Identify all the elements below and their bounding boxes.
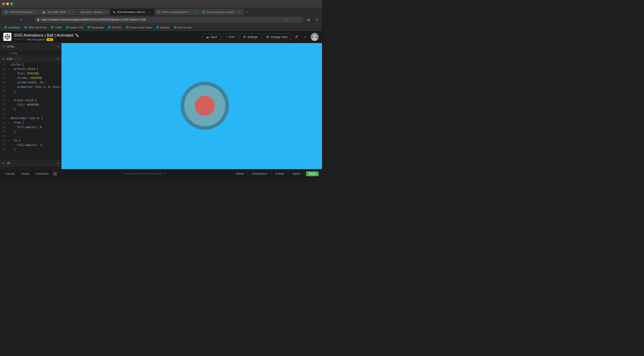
bookmark-star-button[interactable]: ☆ — [296, 17, 302, 22]
bookmark-insiderack[interactable]: 🌐 InsideRack — [2, 25, 22, 29]
home-button[interactable]: ⌂ — [26, 16, 33, 23]
pin-button[interactable]: 📌 — [293, 33, 300, 40]
user-avatar[interactable] — [310, 33, 319, 41]
back-button[interactable]: ‹ — [2, 16, 8, 23]
bookmark-icon-office365: 🌐 — [24, 26, 27, 29]
bookmark-webmail[interactable]: 🌐 Webmail — [154, 25, 172, 29]
html-code-area[interactable]: 1 ▾ <svg — [0, 50, 61, 55]
line-num-21: 21 — [1, 94, 8, 98]
css-line-30: 30 — [0, 134, 61, 139]
bookmark-label-therec: The REC — [112, 26, 122, 29]
extensions-button[interactable]: ▦ — [306, 16, 312, 23]
settings-button[interactable]: ⚙ Settings — [240, 33, 261, 40]
line-arrow-15[interactable]: ▾ — [8, 67, 11, 71]
expand-button[interactable]: ▾ — [302, 33, 309, 40]
css-code-area[interactable]: 14circle {15▾ &:first-child {16 fill: #F… — [0, 62, 61, 159]
line-arrow-26[interactable]: ▾ — [8, 116, 11, 121]
tab-close-motion[interactable]: ✕ — [194, 10, 196, 14]
tab-medium[interactable]: M New story – Medium ✕ — [73, 9, 110, 15]
bookmark-rackerapp[interactable]: 🌐 RackerApp — [86, 25, 105, 29]
bookmark-rackergps[interactable]: 🌐 Racker GPS — [64, 25, 85, 29]
css-line-14: 14circle { — [0, 62, 61, 67]
tab-close-medium[interactable]: ✕ — [104, 10, 107, 14]
footer-sep-1 — [248, 172, 248, 176]
bookmark-office365[interactable]: 🌐 Office 365 Portal — [22, 25, 48, 29]
url-bar[interactable]: 🔒 https://codepen.io/mikemang/pen/a6992d… — [34, 16, 304, 23]
line-part-32-1: : — [36, 143, 40, 147]
cp-author-name[interactable]: Mike Mangialardi — [26, 38, 45, 41]
line-num-32: 32 — [1, 143, 8, 147]
html-gear-icon[interactable]: ⚙ — [2, 45, 5, 48]
line-part-29-0: } — [14, 130, 16, 134]
console-tab[interactable]: Console — [3, 171, 17, 176]
embed-button[interactable]: Embed — [273, 171, 286, 176]
tab-codepen[interactable]: ✏️ SVG Animations | Ball | Anim… ✕ — [110, 9, 154, 15]
account-button[interactable]: ☰ — [314, 16, 320, 23]
css-line-25: 25 — [0, 112, 61, 116]
bookmark-therec[interactable]: 🌐 The REC — [106, 25, 124, 29]
line-indent-15 — [11, 67, 14, 71]
tab-motion[interactable]: 🌐 1000+ Amazing Motion Pho… ✕ — [154, 9, 199, 15]
export-button[interactable]: Export — [290, 171, 302, 176]
share-button[interactable]: Share — [306, 171, 319, 176]
tab-close-searched[interactable]: ✕ — [238, 10, 241, 14]
line-part-23-0: fill — [17, 103, 24, 107]
tab-close-css-grid[interactable]: ✕ — [34, 10, 37, 14]
collections-button[interactable]: Collections ▾ — [250, 171, 270, 176]
footer-sep-2 — [271, 172, 272, 176]
js-gear-icon[interactable]: ⚙ — [2, 162, 5, 165]
external-link-icon[interactable]: ⬡ — [164, 172, 166, 175]
forward-button[interactable]: › — [10, 16, 16, 23]
css-section-header[interactable]: ⚙ CSS (SCSS) ▾ — [0, 55, 61, 62]
html-section-header[interactable]: ⚙ HTML ▾ — [0, 43, 61, 50]
js-collapse-icon[interactable]: ▾ — [57, 161, 59, 165]
css-line-18: 18 stroke-width: 20; — [0, 80, 61, 85]
bookmark-label-office365: Office 365 Portal — [28, 26, 46, 29]
line-arrow-22[interactable]: ▾ — [8, 98, 11, 103]
refresh-button[interactable]: ↻ — [18, 16, 24, 23]
tab-close-mdn[interactable]: ✕ — [67, 10, 70, 14]
line-indent-20 — [11, 89, 14, 94]
new-tab-button[interactable]: + — [244, 9, 250, 15]
traffic-light-minimize[interactable] — [6, 2, 9, 5]
html-collapse-icon[interactable]: ▾ — [57, 44, 59, 49]
tab-css-grid[interactable]: 🌐 CSS Grid Playground ✕ — [2, 9, 40, 15]
tab-close-codepen[interactable]: ✕ — [149, 10, 152, 14]
url-dropdown-button[interactable]: ▾ — [284, 17, 289, 22]
tab-mdn[interactable]: 🦊 :nth-child() | MDN ✕ — [40, 9, 73, 15]
traffic-light-close[interactable] — [2, 2, 5, 5]
line-indent-28 — [11, 125, 17, 130]
comments-tab[interactable]: Comments — [34, 171, 50, 176]
tab-title-mdn: :nth-child() | MDN — [47, 11, 66, 13]
line-arrow-31[interactable]: ▾ — [8, 139, 11, 143]
line-part-24-0: } — [14, 107, 16, 112]
css-collapse-icon[interactable]: ▾ — [57, 57, 59, 61]
bookmark-icon-therec: 🌐 — [108, 26, 111, 29]
assets-tab[interactable]: Assets — [20, 171, 31, 176]
bookmark-core[interactable]: 🌐 CORE — [49, 25, 64, 29]
fork-button[interactable]: ⑂ Fork — [222, 33, 238, 40]
line-arrow-27[interactable]: ▾ — [8, 121, 11, 125]
html-line-arrow-1[interactable]: ▾ — [8, 51, 11, 55]
line-indent-17 — [11, 76, 17, 80]
cp-edit-icon[interactable]: ✏️ — [75, 33, 79, 37]
line-num-33: 33 — [1, 147, 8, 152]
bookmark-huntgroups[interactable]: 🌐 Hunt Groups — [172, 25, 194, 29]
save-button[interactable]: ☁ Save — [202, 33, 220, 40]
js-section-header[interactable]: ⚙ JS ▾ — [0, 160, 61, 167]
tab-favicon-codepen: ✏️ — [112, 10, 116, 14]
url-menu-button[interactable]: ··· — [290, 17, 295, 22]
traffic-light-fullscreen[interactable] — [10, 2, 13, 5]
codepen-logo[interactable] — [3, 33, 12, 41]
css-gear-icon[interactable]: ⚙ — [2, 57, 5, 60]
footer-right: Delete Collections ▾ Embed Export Share — [234, 171, 319, 176]
tab-searched[interactable]: 🌐 You searched for animations ✕ — [199, 9, 244, 15]
ball-container: @keyframes fade-in { from { fill-opacity… — [178, 79, 232, 133]
line-part-26-1: fade-in — [27, 116, 40, 121]
line-part-17-0: stroke — [17, 76, 27, 80]
bookmark-servicedesk[interactable]: 🌐 Service Desk Online — [124, 25, 154, 29]
delete-button[interactable]: Delete — [234, 171, 246, 176]
change-view-icon: ⊞ — [266, 35, 269, 39]
change-view-button[interactable]: ⊞ Change View — [263, 33, 291, 40]
tab-favicon-mdn: 🦊 — [42, 10, 46, 14]
